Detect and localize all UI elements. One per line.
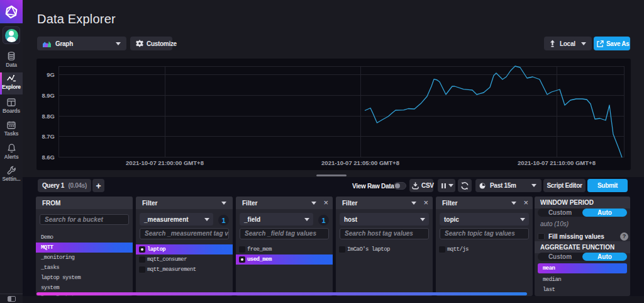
svg-text:2021-10-07 21:05:00 GMT+8: 2021-10-07 21:05:00 GMT+8: [321, 159, 399, 166]
svg-text:9G: 9G: [47, 71, 55, 78]
svg-text:8.8G: 8.8G: [42, 113, 55, 120]
svg-text:8.9G: 8.9G: [42, 92, 55, 99]
svg-text:8.6G: 8.6G: [42, 154, 55, 161]
svg-text:8.7G: 8.7G: [42, 133, 55, 140]
svg-text:2021-10-07 21:10:00 GMT+8: 2021-10-07 21:10:00 GMT+8: [518, 159, 596, 166]
svg-text:2021-10-07 21:00:00 GMT+8: 2021-10-07 21:00:00 GMT+8: [126, 159, 204, 166]
